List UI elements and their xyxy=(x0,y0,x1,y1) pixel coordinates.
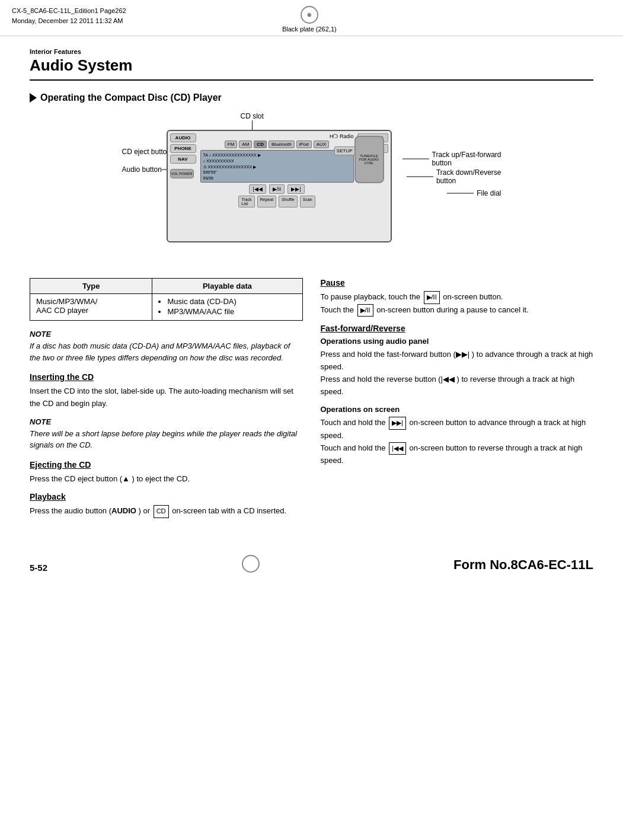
playable-table: Type Playable data Music/MP3/WMA/AAC CD … xyxy=(30,278,303,321)
section-title: Audio System xyxy=(30,56,593,81)
page-number: 5-52 xyxy=(30,563,47,573)
cd-eject-label: CD eject button xyxy=(122,148,171,156)
note2-title: NOTE xyxy=(30,417,303,426)
ipod-btn[interactable]: iPod xyxy=(296,140,312,148)
subsection-title: Operating the Compact Disc (CD) Player xyxy=(30,92,593,103)
table-col2-header: Playable data xyxy=(152,279,302,294)
audio-label: Audio button xyxy=(122,165,162,174)
table-data-cell: Music data (CD-DA) MP3/WMA/AAC file xyxy=(152,294,302,321)
header-line2: Monday, December 12 2011 11:32 AM xyxy=(12,16,126,26)
setup-btn[interactable]: SETUP xyxy=(334,146,355,155)
triangle-icon xyxy=(30,93,37,103)
ff-screen-btn: ▶▶| xyxy=(389,417,406,430)
bluetooth-btn[interactable]: Bluetooth xyxy=(269,140,295,148)
ejecting-heading: Ejecting the CD xyxy=(30,460,303,469)
inserting-text: Insert the CD into the slot, label-side … xyxy=(30,385,303,410)
track-up-label: Track up/Fast-forward button xyxy=(432,151,501,167)
bottom-row: TrackList Repeat Shuffle Scan xyxy=(200,196,354,207)
prev-btn[interactable]: |◀◀ xyxy=(249,184,266,194)
header-line1: CX-5_8CA6-EC-11L_Edition1 Page262 xyxy=(12,6,126,16)
page-footer: 5-52 Form No.8CA6-EC-11L xyxy=(0,549,623,585)
note1-text: If a disc has both music data (CD-DA) an… xyxy=(30,340,303,363)
main-content: Interior Features Audio System Operating… xyxy=(0,36,623,537)
table-type-cell: Music/MP3/WMA/AAC CD player xyxy=(30,294,152,321)
power-btn[interactable]: VOL POWER xyxy=(170,169,194,178)
playback-heading: Playback xyxy=(30,492,303,502)
col-right: Pause To pause playback, touch the ▶/II … xyxy=(321,278,594,525)
track-down-label: Track down/Reverse button xyxy=(436,168,501,185)
section-label: Interior Features xyxy=(30,48,593,55)
file-dial-label: File dial xyxy=(477,189,501,197)
playback-text: Press the audio button (AUDIO ) or CD on… xyxy=(30,505,303,518)
form-number: Form No.8CA6-EC-11L xyxy=(453,557,593,573)
next-btn[interactable]: ▶▶| xyxy=(287,184,304,194)
panel-center: H❍ Radio FM AM CD Bluetooth iPod AUX xyxy=(200,133,354,207)
ff-text3: Touch and hold the ▶▶| on-screen button … xyxy=(321,417,594,467)
table-row: Music/MP3/WMA/AAC CD player Music data (… xyxy=(30,294,303,321)
radio-logo: H❍ Radio xyxy=(200,133,354,139)
panel-right-buttons: SEEK▶▶| SEEK|◀◀ TUNE/FILEFOR AUDIOCTRL xyxy=(357,133,388,207)
header-plate-label: Black plate (262,1) xyxy=(282,25,337,33)
play-pause-screen-btn2: ▶/II xyxy=(357,304,373,317)
panel-left-buttons: AUDIO PHONE NAV VOL POWER xyxy=(170,133,196,178)
rew-screen-btn: |◀◀ xyxy=(389,442,406,455)
shuffle-btn[interactable]: Shuffle xyxy=(279,196,298,207)
mode-buttons: FM AM CD Bluetooth iPod AUX xyxy=(200,140,354,148)
pause-text: To pause playback, touch the ▶/II on-scr… xyxy=(321,291,594,317)
scan-btn[interactable]: Scan xyxy=(300,196,315,207)
ff-sub1: Operations using audio panel xyxy=(321,337,594,346)
tracklist-btn[interactable]: TrackList xyxy=(238,196,254,207)
header-circle-top: ⊕ xyxy=(301,6,318,24)
file-dial[interactable]: TUNE/FILEFOR AUDIOCTRL xyxy=(354,136,384,183)
header-center: ⊕ Black plate (262,1) xyxy=(282,6,337,33)
aux-btn[interactable]: AUX xyxy=(314,140,329,148)
note2-text: There will be a short lapse before play … xyxy=(30,428,303,451)
ff-heading: Fast-forward/Reverse xyxy=(321,324,594,333)
audio-panel: AUDIO PHONE NAV VOL POWER H❍ Radio FM AM xyxy=(167,130,392,242)
ff-sub2: Operations on screen xyxy=(321,405,594,414)
diagram-section: CD slot CD eject button Audio button xyxy=(30,112,593,266)
ff-text1: Press and hold the fast-forward button (… xyxy=(321,349,594,398)
page-header: CX-5_8CA6-EC-11L_Edition1 Page262 Monday… xyxy=(0,0,623,36)
col-left: Type Playable data Music/MP3/WMA/AAC CD … xyxy=(30,278,303,525)
nav-btn[interactable]: NAV xyxy=(170,155,196,164)
play-pause-screen-btn: ▶/II xyxy=(424,291,440,304)
phone-btn[interactable]: PHONE xyxy=(170,144,196,153)
audio-btn[interactable]: AUDIO xyxy=(170,133,196,142)
inserting-heading: Inserting the CD xyxy=(30,372,303,382)
transport-row: |◀◀ ▶/II ▶▶| xyxy=(200,184,354,194)
header-left: CX-5_8CA6-EC-11L_Edition1 Page262 Monday… xyxy=(12,6,126,25)
display-area: TA ♪ XXXXXXXXXXXXXXXX ▶ ♪ XXXXXXXXXX ⊙ X… xyxy=(200,150,354,183)
table-col1-header: Type xyxy=(30,279,152,294)
cd-screen-btn: CD xyxy=(154,505,169,518)
ejecting-text: Press the CD eject button (▲ ) to eject … xyxy=(30,473,303,486)
pause-heading: Pause xyxy=(321,278,594,288)
am-btn[interactable]: AM xyxy=(239,140,252,148)
cd-btn[interactable]: CD xyxy=(254,140,267,148)
note1-title: NOTE xyxy=(30,330,303,338)
repeat-btn[interactable]: Repeat xyxy=(257,196,277,207)
footer-circle xyxy=(242,555,260,573)
play-pause-btn[interactable]: ▶/II xyxy=(269,184,285,194)
fm-btn[interactable]: FM xyxy=(225,140,238,148)
two-col-layout: Type Playable data Music/MP3/WMA/AAC CD … xyxy=(30,278,593,525)
